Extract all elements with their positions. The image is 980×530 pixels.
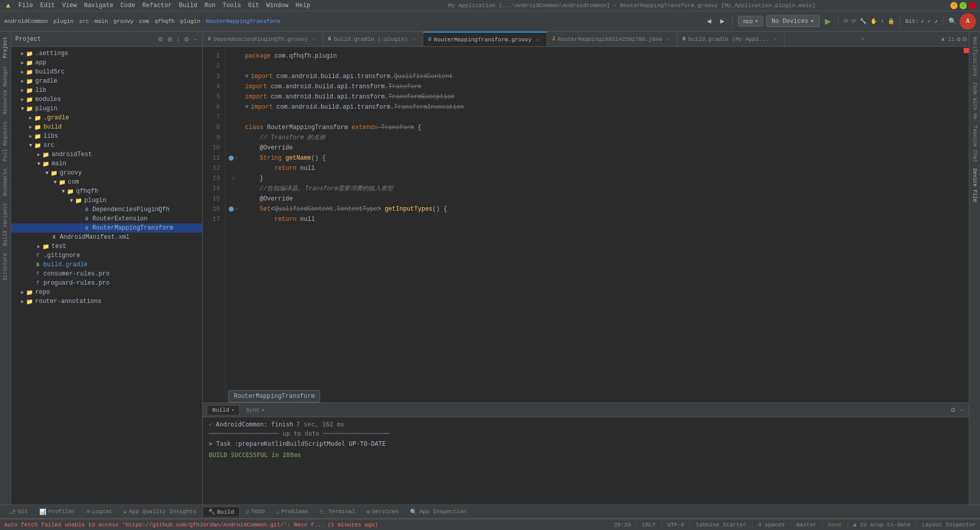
menu-git[interactable]: Git	[245, 1, 262, 10]
menu-code[interactable]: Code	[117, 1, 138, 10]
no-devices-dropdown[interactable]: No Devices ▾	[766, 15, 820, 27]
tab-routermappingjava[interactable]: J RouterMapping1695142502780.java ✕	[547, 32, 678, 46]
status-linesep[interactable]: CRLF	[643, 522, 656, 528]
sidebar-tab-structure[interactable]: Structure	[2, 250, 9, 284]
breadcrumb-com[interactable]: com	[139, 18, 149, 24]
fold-marker-3[interactable]: ▼	[245, 71, 249, 82]
menu-navigate[interactable]: Navigate	[81, 1, 116, 10]
tab-depsplugin[interactable]: G DependenciesPluginQfh.groovy ✕	[203, 32, 323, 46]
menu-help[interactable]: Help	[292, 1, 313, 10]
tree-item-lib[interactable]: ▶ 📁 lib	[11, 86, 202, 95]
project-panel-gear[interactable]: ⚙	[157, 35, 164, 44]
status-done[interactable]: Done	[828, 522, 842, 528]
tab-close-buildgradle[interactable]: ✕	[410, 36, 418, 43]
fold-btn-11[interactable]: ▽	[235, 156, 237, 161]
bottom-tab-logcat[interactable]: ≡ Logcat	[82, 507, 117, 516]
app-dropdown[interactable]: app ▾	[738, 16, 763, 27]
status-error-msg[interactable]: Auto fetch failed unable to access 'http…	[4, 522, 610, 528]
tab-overflow[interactable]: ▾	[858, 32, 868, 46]
editor-settings[interactable]: ⚙	[957, 35, 961, 43]
right-tab-tabnine[interactable]: Tabnine Chat	[971, 122, 978, 165]
breadcrumb-qfhqfh[interactable]: qfhqfh	[155, 18, 175, 24]
tree-item-plugin2[interactable]: ▼ 📁 plugin	[11, 196, 202, 205]
menu-edit[interactable]: Edit	[37, 1, 58, 10]
toolbar-fwd-btn[interactable]: ▶	[717, 16, 727, 26]
build-panel-settings[interactable]: ⚙	[949, 406, 957, 415]
tree-item-repo[interactable]: ▶ 📁 repo	[11, 288, 202, 297]
menu-file[interactable]: File	[15, 1, 36, 10]
bottom-tab-terminal[interactable]: >_ Terminal	[314, 507, 360, 516]
fold-btn-16[interactable]: ▽	[235, 207, 237, 212]
menu-tools[interactable]: Tools	[219, 1, 244, 10]
breadcrumb-src[interactable]: src	[79, 18, 89, 24]
tree-item-buildgradle[interactable]: ▶ G build.gradle	[11, 260, 202, 269]
menu-run[interactable]: Run	[201, 1, 218, 10]
sync-close[interactable]: ✕	[261, 407, 264, 413]
run-button[interactable]: ▶	[823, 15, 833, 27]
tab-routermapping[interactable]: G RouterMappingTransform.groovy ✕	[423, 32, 547, 46]
status-position[interactable]: 29:29	[614, 522, 631, 528]
breadcrumb-routermapping[interactable]: RouterMappingTransform	[206, 18, 280, 24]
sidebar-tab-buildvariants[interactable]: Build Variants	[2, 200, 9, 249]
bookmark-icon-11[interactable]	[229, 156, 234, 161]
avatar[interactable]: A	[960, 13, 976, 30]
editor-split[interactable]: ⊟	[963, 35, 967, 43]
sidebar-tab-bookmarks[interactable]: Bookmarks	[2, 165, 9, 199]
tree-item-main[interactable]: ▼ 📁 main	[11, 159, 202, 168]
tree-item-libs[interactable]: ▶ 📁 libs	[11, 132, 202, 141]
status-tabnine[interactable]: tabnine Starter	[696, 522, 746, 528]
status-layout-inspector[interactable]: Layout Inspector	[922, 522, 976, 528]
bottom-tab-todo[interactable]: ☑ TODO	[241, 507, 270, 517]
tree-item-depsplugin[interactable]: ▶ G DependenciesPluginQfh	[11, 205, 202, 214]
tab-close-buildgradle-app[interactable]: ✕	[772, 36, 779, 43]
tree-item-src[interactable]: ▼ 📁 src	[11, 141, 202, 150]
tree-item-consumerrules[interactable]: ▶ f consumer-rules.pro	[11, 269, 202, 279]
sidebar-tab-project[interactable]: Project	[2, 34, 9, 61]
bottom-tab-git[interactable]: ⎇ Git	[4, 507, 33, 517]
status-errors[interactable]: ▲ 23 A/up-to-date	[853, 522, 911, 528]
close-button[interactable]: ✕	[969, 2, 976, 9]
tree-item-settings[interactable]: ▶ 📁 .settings	[11, 49, 202, 58]
bottom-tab-appinspect[interactable]: 🔍 App Inspection	[405, 507, 471, 517]
build-panel-minimize[interactable]: −	[959, 406, 965, 415]
tab-close-routermapping[interactable]: ✕	[534, 36, 542, 43]
error-marker[interactable]	[964, 48, 969, 53]
build-tab-active[interactable]: Build ▾	[207, 405, 240, 415]
bottom-tab-profiler[interactable]: 📊 Profiler	[34, 507, 81, 517]
right-tab-codewithme[interactable]: Code With Me	[971, 80, 978, 122]
status-encoding[interactable]: UTF-8	[668, 522, 684, 528]
search-icon[interactable]: 🔍	[948, 17, 957, 26]
project-panel-sort[interactable]: ↕	[176, 35, 181, 44]
tree-item-dotgradle[interactable]: ▶ 📁 .gradle	[11, 113, 202, 122]
breadcrumb-plugin2[interactable]: plugin	[180, 18, 201, 24]
tab-close-routermappingjava[interactable]: ✕	[665, 36, 672, 43]
tree-item-modules[interactable]: ▶ 📁 modules	[11, 95, 202, 104]
tab-buildgradle-app[interactable]: G build.gradle (My Appl... ✕	[677, 32, 784, 46]
project-panel-minus[interactable]: −	[192, 35, 198, 44]
tree-item-gradle[interactable]: ▶ 📁 gradle	[11, 77, 202, 86]
tree-item-plugin[interactable]: ▼ 📁 plugin	[11, 104, 202, 113]
breadcrumb-main[interactable]: main	[94, 18, 108, 24]
toolbar-back-btn[interactable]: ◀	[704, 16, 714, 26]
menu-view[interactable]: View	[59, 1, 80, 10]
bookmark-icon-16[interactable]	[229, 207, 234, 212]
minimize-button[interactable]: −	[950, 2, 958, 9]
breadcrumb-groovy[interactable]: groovy	[113, 18, 134, 24]
tree-item-routerannotations[interactable]: ▶ 📁 router-annotations	[11, 297, 202, 306]
tree-item-buildsrc[interactable]: ▶ 📁 buildSrc	[11, 67, 202, 77]
warning-count-badge[interactable]: ▲ 11	[941, 36, 954, 42]
menu-refactor[interactable]: Refactor	[139, 1, 175, 10]
tree-item-androidtest[interactable]: ▶ 📁 androidTest	[11, 150, 202, 159]
tree-item-qfhqfh[interactable]: ▼ 📁 qfhqfh	[11, 187, 202, 196]
sidebar-tab-pullrequest[interactable]: Pull Requests	[2, 118, 9, 164]
code-content[interactable]: package com.qfhqfh.plugin ▼ import com.a…	[241, 47, 969, 402]
bottom-tab-services[interactable]: ⚙ Services	[361, 507, 404, 517]
tree-item-manifest[interactable]: ▶ X AndroidManifest.xml	[11, 233, 202, 242]
tree-item-test[interactable]: ▶ 📁 test	[11, 242, 202, 251]
project-panel-settings[interactable]: ⚙	[183, 35, 190, 44]
tab-close-depsplugin[interactable]: ✕	[310, 36, 317, 43]
build-sync-tab[interactable]: Sync ✕	[241, 406, 270, 415]
tree-item-build[interactable]: ▶ 📁 build	[11, 122, 202, 132]
sidebar-tab-resource[interactable]: Resource Manager	[2, 62, 9, 117]
breadcrumb-androidcommon[interactable]: AndroidCommon	[4, 18, 48, 24]
